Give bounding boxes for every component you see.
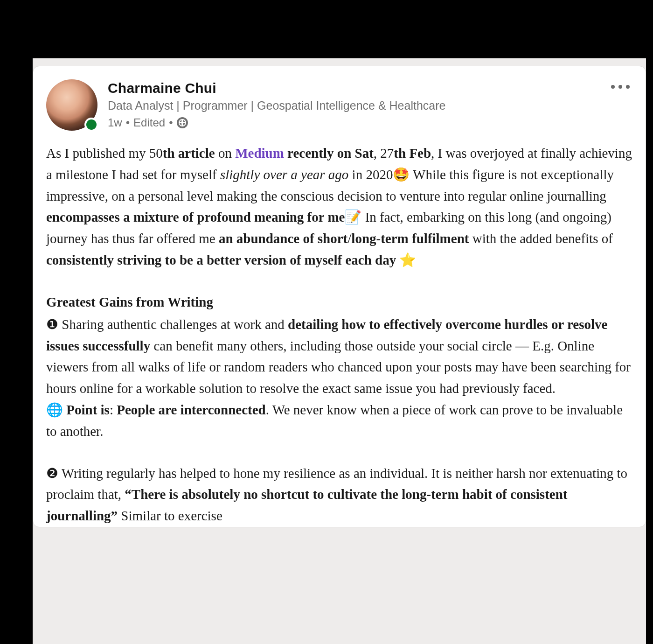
globe-emoji-icon: 🌐: [46, 402, 63, 417]
post-age: 1w: [108, 116, 122, 129]
post-paragraph-1: As I published my 50th article on Medium…: [46, 143, 632, 271]
overflow-menu-button[interactable]: [608, 82, 632, 91]
author-id-block: Charmaine Chui Data Analyst | Programmer…: [108, 79, 632, 129]
post-body: As I published my 50th article on Medium…: [46, 143, 632, 527]
presence-online-icon: [84, 118, 98, 132]
author-headline: Data Analyst | Programmer | Geospatial I…: [108, 99, 632, 112]
post-header: Charmaine Chui Data Analyst | Programmer…: [46, 79, 632, 131]
post-paragraph-2: Greatest Gains from Writing ❶ Sharing au…: [46, 292, 632, 442]
meta-dot: •: [126, 116, 130, 129]
bullet-2-icon: ❷: [46, 466, 58, 481]
page-background: Charmaine Chui Data Analyst | Programmer…: [33, 58, 646, 644]
meta-dot: •: [169, 116, 173, 129]
author-name[interactable]: Charmaine Chui: [108, 80, 632, 96]
post-paragraph-3: ❷ Writing regularly has helped to hone m…: [46, 463, 632, 527]
section-heading: Greatest Gains from Writing: [46, 292, 632, 313]
post-meta: 1w • Edited •: [108, 116, 632, 129]
author-avatar[interactable]: [46, 79, 97, 131]
bullet-1-icon: ❶: [46, 317, 58, 332]
edited-label: Edited: [133, 116, 165, 129]
star-struck-icon: 🤩: [393, 167, 410, 182]
post-card: Charmaine Chui Data Analyst | Programmer…: [33, 66, 646, 527]
medium-link[interactable]: Medium: [235, 146, 284, 161]
globe-icon: [177, 117, 188, 128]
memo-icon: 📝: [345, 210, 361, 224]
star-icon: ⭐: [399, 252, 416, 267]
